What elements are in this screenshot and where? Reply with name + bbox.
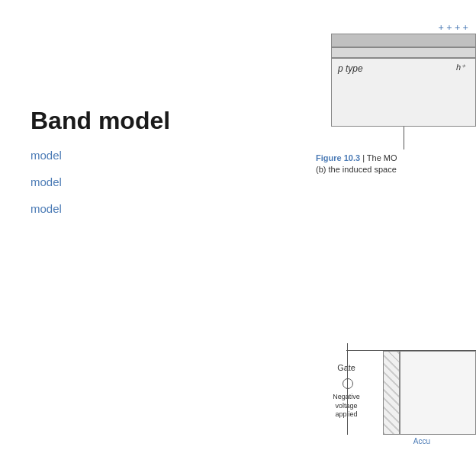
neg-voltage-text: Negative voltage applied — [323, 393, 369, 419]
plus-signs: + + + + — [439, 21, 468, 34]
p-type-label: p type — [338, 63, 363, 74]
accum-label: Accu — [413, 437, 430, 445]
nav-link-1[interactable]: model — [31, 149, 275, 162]
v-wire-left — [347, 343, 348, 435]
gate-plate-top — [331, 34, 476, 47]
caption-text: | The MO — [362, 153, 397, 162]
semiconductor-top: p type — [331, 58, 476, 127]
caption-line2: (b) the induced space — [316, 165, 397, 174]
fig-label: Figure 10.3 — [316, 153, 360, 162]
nav-link-3[interactable]: model — [31, 202, 275, 215]
left-panel: Band model model model model — [31, 107, 275, 229]
page-container: Band model model model model + + + + p t… — [0, 0, 476, 450]
oxide-hatched — [383, 351, 400, 435]
page-heading: Band model — [31, 107, 275, 135]
figure-top: + + + + p type h⁺ Figure 10.3 | The MO (… — [323, 0, 476, 214]
oxide-layer-top — [331, 47, 476, 58]
battery-symbol — [343, 378, 353, 389]
v-line-top — [404, 127, 404, 149]
figure-caption-top: Figure 10.3 | The MO (b) the induced spa… — [316, 153, 476, 176]
semiconductor-right — [400, 351, 476, 435]
h-plus-label: h⁺ — [456, 63, 465, 72]
figure-bottom: Gate Negative voltage applied Oxide Accu — [308, 297, 476, 450]
nav-link-2[interactable]: model — [31, 175, 275, 188]
